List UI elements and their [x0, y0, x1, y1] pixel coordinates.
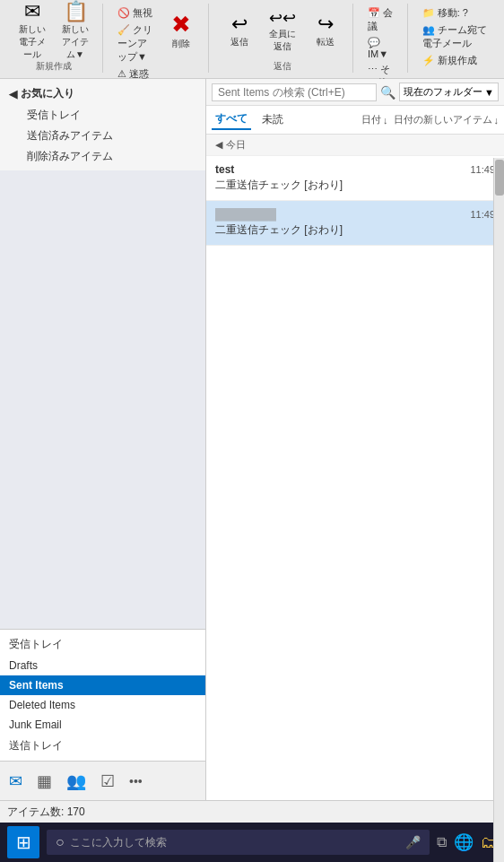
forward-icon: ↪	[317, 14, 334, 34]
email-sender-2: ████████	[215, 208, 276, 221]
reply-icon: ↩	[231, 14, 248, 34]
new-email-label: 新しい電子メール	[16, 23, 48, 61]
folder-list-inbox[interactable]: 受信トレイ	[0, 633, 205, 656]
cleanup-button[interactable]: 🧹クリーンアップ▼	[114, 22, 158, 65]
scrollbar-track[interactable]	[493, 158, 504, 862]
new-item-icon: 📋	[64, 2, 88, 22]
move-button[interactable]: 📁移動: ?	[419, 5, 491, 21]
taskbar-ie-icon[interactable]: 🌐	[454, 832, 474, 852]
date-group-today: ◀ 今日	[206, 135, 504, 156]
start-button[interactable]: ⊞	[7, 826, 39, 858]
nav-tasks-icon[interactable]: ☑	[100, 771, 115, 791]
search-bar: 🔍 現在のフォルダー ▼	[206, 79, 504, 106]
microphone-icon[interactable]: 🎤	[405, 835, 421, 849]
email-list: ◀ 今日 test 11:49 二重送信チェック [おわり] ████████ …	[206, 135, 504, 800]
forward-button[interactable]: ↪ 転送	[306, 4, 345, 57]
reply-all-icon: ↩↩	[269, 10, 296, 26]
new-item-button[interactable]: 📋 新しいアイテム▼	[56, 4, 95, 57]
status-text: アイテム数: 170	[7, 805, 85, 820]
taskbar-search-text: ここに入力して検索	[70, 835, 167, 850]
new-email-button[interactable]: ✉ 新しい電子メール	[13, 4, 52, 57]
search-scope-chevron: ▼	[484, 87, 494, 98]
favorites-header: ◀ お気に入り	[9, 86, 196, 101]
folder-list-drafts[interactable]: Drafts	[0, 656, 205, 675]
delete-icon: ✖	[171, 13, 191, 36]
meeting-button[interactable]: 📅会議	[364, 5, 400, 34]
nav-more-icon[interactable]: •••	[129, 774, 143, 788]
new-item-label: 新しいアイテム▼	[59, 23, 91, 61]
tab-all[interactable]: すべて	[212, 109, 251, 130]
folder-list-deleted-items[interactable]: Deleted Items	[0, 695, 205, 715]
bottom-nav: ✉ ▦ 👥 ☑ •••	[0, 761, 205, 800]
email-item-2[interactable]: ████████ 11:49 二重送信チェック [おわり]	[206, 201, 504, 246]
email-subject-1: 二重送信チェック [おわり]	[215, 178, 495, 193]
ribbon-new-group-label: 新規作成	[36, 60, 72, 73]
reply-label: 返信	[230, 36, 248, 48]
search-input[interactable]	[212, 83, 377, 101]
sort-control[interactable]: 日付 ↓ 日付の新しいアイテム ↓	[361, 113, 499, 126]
date-group-icon: ◀	[215, 139, 222, 151]
im-button[interactable]: 💬IM▼	[364, 36, 400, 60]
main-container: ◀ お気に入り 受信トレイ 送信済みアイテム 削除済みアイテム 受信トレイ	[0, 79, 504, 800]
search-scope-label: 現在のフォルダー	[404, 85, 482, 99]
taskview-icon[interactable]: ⧉	[437, 834, 447, 850]
taskbar-search[interactable]: ○ ここに入力して検索 🎤	[47, 830, 430, 855]
status-bar: アイテム数: 170	[0, 800, 504, 823]
reply-all-label: 全員に返信	[269, 28, 296, 53]
favorites-icon: ◀	[9, 88, 17, 100]
reply-all-button[interactable]: ↩↩ 全員に返信	[263, 4, 302, 57]
delete-label: 削除	[172, 38, 190, 50]
ribbon-reply-group-label: 返信	[274, 60, 291, 73]
nav-calendar-icon[interactable]: ▦	[37, 771, 52, 791]
folder-list-junk[interactable]: Junk Email	[0, 715, 205, 735]
scrollbar-thumb[interactable]	[495, 160, 504, 196]
search-icon[interactable]: 🔍	[380, 85, 395, 100]
favorites-label: お気に入り	[21, 86, 74, 101]
sidebar-favorites: ◀ お気に入り 受信トレイ 送信済みアイテム 削除済みアイテム	[0, 79, 205, 170]
sort-arrow: ↓	[494, 115, 500, 126]
sidebar-main-area: 受信トレイ Drafts Sent Items Deleted Items Ju…	[0, 170, 205, 761]
ignore-button[interactable]: 🚫無視	[114, 5, 158, 21]
ribbon-group-delete: 🚫無視 🧹クリーンアップ▼ ⚠迷惑メール▼ ✖ 削除 削除	[107, 4, 209, 73]
delete-button[interactable]: ✖ 削除	[161, 4, 201, 57]
cortana-icon: ○	[56, 834, 65, 850]
forward-label: 転送	[317, 36, 335, 48]
ribbon: ✉ 新しい電子メール 📋 新しいアイテム▼ 新規作成 🚫無視 🧹クリーンアップ▼…	[0, 0, 504, 79]
date-group-label: 今日	[226, 138, 246, 152]
new-email-icon: ✉	[24, 2, 40, 22]
sidebar: ◀ お気に入り 受信トレイ 送信済みアイテム 削除済みアイテム 受信トレイ	[0, 79, 206, 800]
search-scope-dropdown[interactable]: 現在のフォルダー ▼	[399, 83, 499, 101]
email-tabs: すべて 未読 日付 ↓ 日付の新しいアイテム ↓	[206, 106, 504, 135]
nav-mail-icon[interactable]: ✉	[9, 771, 22, 791]
ribbon-group-move: 📁移動: ? 👥チーム宛て電子メール ⚡新規作成	[412, 4, 499, 73]
folder-list: 受信トレイ Drafts Sent Items Deleted Items Ju…	[0, 629, 205, 761]
email-area: 🔍 現在のフォルダー ▼ すべて 未読 日付 ↓ 日付の新しいアイテム ↓ ◀ …	[206, 79, 504, 800]
sidebar-item-sent[interactable]: 送信済みアイテム	[9, 126, 196, 146]
team-email-button[interactable]: 👥チーム宛て電子メール	[419, 22, 491, 51]
folder-list-sent-tray[interactable]: 送信トレイ	[0, 735, 205, 757]
ribbon-group-new: ✉ 新しい電子メール 📋 新しいアイテム▼ 新規作成	[5, 4, 103, 73]
email-item-1[interactable]: test 11:49 二重送信チェック [おわり]	[206, 156, 504, 201]
nav-people-icon[interactable]: 👥	[66, 771, 86, 791]
sidebar-bottom-content: 受信トレイ Drafts Sent Items Deleted Items Ju…	[0, 629, 205, 761]
folder-list-sent-items[interactable]: Sent Items	[0, 675, 205, 695]
reply-button[interactable]: ↩ 返信	[220, 4, 259, 57]
sort-label-text: 日付	[361, 113, 381, 126]
ribbon-group-more: 📅会議 💬IM▼ ⋯その他▼	[357, 4, 408, 73]
new-create-button[interactable]: ⚡新規作成	[419, 53, 491, 68]
email-time-2: 11:49	[470, 209, 495, 220]
ribbon-group-reply: ↩ 返信 ↩↩ 全員に返信 ↪ 転送 返信	[213, 4, 353, 73]
taskbar: ⊞ ○ ここに入力して検索 🎤 ⧉ 🌐 🗂	[0, 823, 504, 862]
sidebar-item-inbox[interactable]: 受信トレイ	[9, 105, 196, 126]
email-time-1: 11:49	[470, 164, 495, 175]
email-subject-2: 二重送信チェック [おわり]	[215, 222, 495, 238]
sort-sublabel: 日付の新しいアイテム	[394, 113, 492, 126]
start-icon: ⊞	[16, 832, 31, 853]
sort-icon: ↓	[383, 115, 388, 126]
email-sender-1: test	[215, 163, 234, 176]
tab-unread[interactable]: 未読	[258, 110, 287, 129]
sidebar-item-deleted[interactable]: 削除済みアイテム	[9, 146, 196, 167]
